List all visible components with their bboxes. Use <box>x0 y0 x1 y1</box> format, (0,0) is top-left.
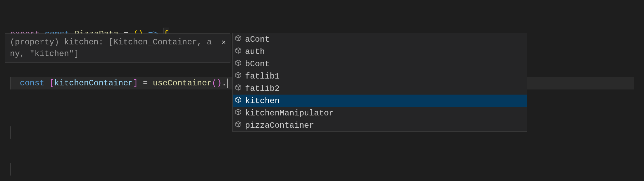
hover-tooltip-line1: (property) kitchen: [Kitchen_Container, … <box>10 37 225 48</box>
property-icon <box>235 96 242 106</box>
suggestion-label: auth <box>245 47 265 56</box>
intellisense-popup[interactable]: aCont auth bCont fatlib1 fatlib2 kitchen… <box>232 33 527 132</box>
code-line-empty[interactable] <box>10 163 634 176</box>
suggestion-label: aCont <box>245 35 270 44</box>
hover-tooltip: × (property) kitchen: [Kitchen_Container… <box>5 33 230 63</box>
operator: = <box>138 77 153 89</box>
variable: kitchenContainer <box>54 77 133 89</box>
suggestion-label: bCont <box>245 59 270 69</box>
suggestion-label: kitchenManipulator <box>245 109 334 118</box>
function-call: useContainer <box>153 77 212 89</box>
bracket: ] <box>133 77 138 89</box>
keyword-const: const <box>20 77 44 89</box>
suggestion-item[interactable]: bCont <box>233 58 527 70</box>
property-icon <box>235 59 242 69</box>
suggestion-label: kitchen <box>245 96 280 106</box>
property-icon <box>235 35 242 44</box>
bracket: [ <box>49 77 54 89</box>
property-icon <box>235 72 242 81</box>
hover-tooltip-line2: ny, "kitchen"] <box>10 48 225 60</box>
suggestion-item[interactable]: pizzaContainer <box>233 119 527 131</box>
close-icon[interactable]: × <box>222 37 226 49</box>
property-icon <box>235 109 242 118</box>
property-icon <box>235 47 242 56</box>
paren: () <box>212 77 222 89</box>
suggestion-item[interactable]: fatlib2 <box>233 82 527 95</box>
suggestion-item[interactable]: kitchenManipulator <box>233 107 527 119</box>
suggestion-item[interactable]: aCont <box>233 33 527 45</box>
suggestion-label: pizzaContainer <box>245 121 314 130</box>
dot: . <box>222 77 227 89</box>
property-icon <box>235 121 242 130</box>
suggestion-item[interactable]: kitchen <box>233 95 527 107</box>
suggestion-item[interactable]: auth <box>233 45 527 58</box>
suggestion-item[interactable]: fatlib1 <box>233 70 527 82</box>
text-cursor <box>227 79 228 88</box>
property-icon <box>235 84 242 93</box>
suggestion-label: fatlib1 <box>245 72 280 81</box>
suggestion-label: fatlib2 <box>245 84 280 93</box>
